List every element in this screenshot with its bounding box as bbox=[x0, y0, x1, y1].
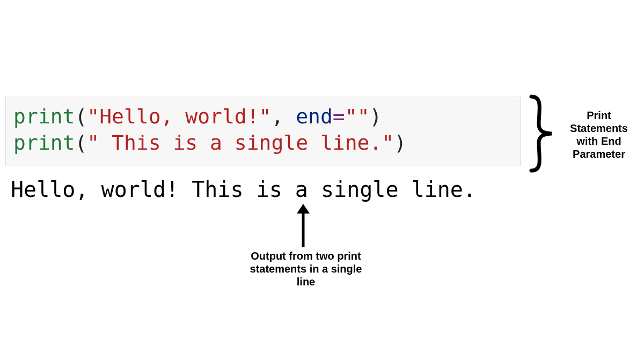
token-paren: ) bbox=[370, 105, 382, 128]
curly-brace-icon bbox=[527, 94, 559, 173]
token-comma: , bbox=[271, 105, 296, 128]
diagram-stage: print("Hello, world!", end="") print(" T… bbox=[0, 0, 644, 338]
annotation-right: Print Statements with End Parameter bbox=[561, 109, 636, 160]
token-keyword: end bbox=[296, 105, 333, 128]
token-paren: ) bbox=[394, 131, 406, 155]
code-block: print("Hello, world!", end="") print(" T… bbox=[5, 97, 521, 166]
token-paren: ( bbox=[75, 131, 87, 155]
token-fn: print bbox=[13, 131, 75, 155]
token-string: "" bbox=[345, 105, 370, 128]
output-text: Hello, world! This is a single line. bbox=[11, 177, 476, 202]
token-operator: = bbox=[333, 105, 345, 128]
code-line-1: print("Hello, world!", end="") bbox=[13, 105, 382, 128]
token-string: "Hello, world!" bbox=[87, 105, 271, 128]
arrow-up-icon bbox=[292, 204, 314, 248]
token-fn: print bbox=[13, 105, 75, 128]
token-paren: ( bbox=[75, 105, 87, 128]
svg-marker-1 bbox=[297, 204, 310, 214]
annotation-bottom: Output from two print statements in a si… bbox=[247, 249, 365, 288]
code-line-2: print(" This is a single line.") bbox=[13, 131, 406, 155]
token-string: " This is a single line." bbox=[87, 131, 394, 155]
